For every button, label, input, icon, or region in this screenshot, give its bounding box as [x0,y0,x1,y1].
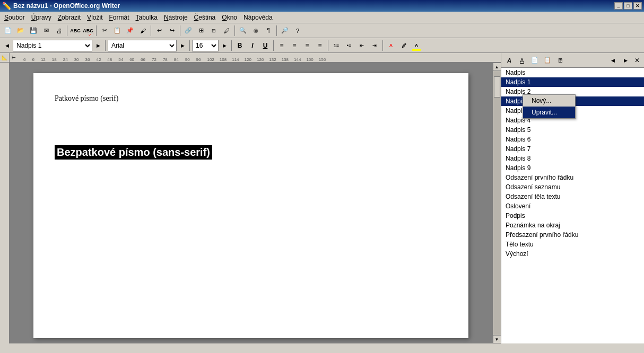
redo-button[interactable]: ↪ [166,25,178,37]
sep6 [276,25,277,36]
maximize-button[interactable]: □ [624,2,632,10]
cut-button[interactable]: ✂ [99,25,110,37]
standard-toolbar: 📄 📂 💾 ✉ 🖨 ABC ABC ✂ 📋 📌 🖌 ↩ ↪ 🔗 ⊞ ⊟ 🖊 🔍 … [0,23,644,38]
menu-upravy[interactable]: Úpravy [28,13,55,22]
font-arrow-right[interactable]: ▶ [178,40,187,51]
indent-decrease[interactable]: ⇤ [356,40,368,51]
document-area[interactable]: Patkové písmo (serif) Bezpatkové písmo (… [10,63,492,343]
find-button[interactable]: 🔍 [237,25,249,37]
menu-soubor[interactable]: Soubor [1,13,28,22]
zoom-button[interactable]: 🔎 [279,25,291,37]
sep2 [96,25,97,36]
style-item-nadpis6[interactable]: Nadpis 6 [501,135,644,144]
paste-button[interactable]: 📌 [124,25,136,37]
style-item-odsazeni-tela[interactable]: Odsazení těla textu [501,192,644,201]
menu-format[interactable]: Formát [106,13,132,22]
save-button[interactable]: 💾 [28,25,39,37]
style-item-vychozi[interactable]: Výchozí [501,249,644,259]
styles-icon-e[interactable]: 🖹 [554,55,566,66]
style-item-nadpis8[interactable]: Nadpis 8 [501,154,644,163]
ctx-novy[interactable]: Nový... [523,95,575,107]
underline-button[interactable]: U [259,40,271,51]
scroll-track[interactable] [493,71,501,335]
style-item-odsazeni-prvniho[interactable]: Odsazení prvního řádku [501,173,644,182]
size-arrow-right[interactable]: ▶ [220,40,229,51]
copy-button[interactable]: 📋 [111,25,123,37]
style-item-predsazeni[interactable]: Předsazení prvního řádku [501,230,644,240]
sep4 [180,25,180,36]
style-item-telo-textu[interactable]: Tělo textu [501,240,644,249]
panel-close-button[interactable]: ✕ [632,57,642,64]
table2-button[interactable]: ⊟ [208,25,220,37]
style-item-poznamka[interactable]: Poznámka na okraj [501,220,644,230]
num-list[interactable]: 1≡ [330,40,342,51]
menu-cestina[interactable]: Čeština [191,13,219,22]
undo-button[interactable]: ↩ [153,25,165,37]
styles-icon-b[interactable]: A [516,55,528,66]
style-item-nadpis9[interactable]: Nadpis 9 [501,163,644,173]
sep-fmt1 [105,40,106,51]
table-button[interactable]: ⊞ [195,25,207,37]
style-item-nadpis1[interactable]: Nadpis 1 [501,77,644,87]
bullet-list[interactable]: •≡ [343,40,355,51]
bold-button[interactable]: B [234,40,246,51]
ruler-label-6: 12 [41,57,46,62]
font-color[interactable]: A [385,40,397,51]
print-button[interactable]: 🖨 [53,25,65,37]
scroll-thumb[interactable] [494,76,500,98]
size-dropdown[interactable]: 16 [192,40,219,51]
style-item-nadpis5[interactable]: Nadpis 5 [501,125,644,135]
doc-scroll-area: Patkové písmo (serif) Bezpatkové písmo (… [10,63,501,343]
help-button[interactable]: ? [292,25,303,37]
styles-icon-d[interactable]: 📋 [542,55,553,66]
style-dropdown[interactable]: Nadpis 1 [13,40,92,51]
indent-increase[interactable]: ⇥ [369,40,380,51]
minimize-button[interactable]: _ [614,2,623,10]
vertical-scrollbar[interactable]: ▲ ▼ [492,63,501,343]
menu-tabulka[interactable]: Tabulka [133,13,161,22]
italic-button[interactable]: I [247,40,258,51]
spellcheck2-button[interactable]: ABC [82,25,94,37]
sep-fmt3 [231,40,232,51]
style-item-nadpis[interactable]: Nadpis [501,68,644,77]
ctx-upravit[interactable]: Upravit... [523,107,575,118]
format-paintbrush[interactable]: 🖌 [137,25,149,37]
style-item-nadpis7[interactable]: Nadpis 7 [501,144,644,154]
show-draw-button[interactable]: 🖊 [221,25,232,37]
ruler-inner: 6 6 12 18 24 30 36 42 48 54 60 66 72 78 … [18,53,326,62]
menu-nastroje[interactable]: Nástroje [161,13,191,22]
new-button[interactable]: 📄 [2,25,14,37]
style-arrow-left[interactable]: ◀ [2,40,12,51]
window-title: Bez názvu1 - OpenOffice.org Writer [13,2,120,10]
styles-icon-c[interactable]: 📄 [529,55,541,66]
char-bg[interactable]: A [411,40,422,51]
hyperlink-button[interactable]: 🔗 [182,25,194,37]
scroll-down-button[interactable]: ▼ [493,335,501,343]
email-button[interactable]: ✉ [40,25,52,37]
align-right[interactable]: ≡ [301,40,313,51]
scroll-up-button[interactable]: ▲ [493,63,501,71]
menu-zobrazit[interactable]: Zobrazit [55,13,84,22]
style-item-osloveni[interactable]: Oslovení [501,201,644,211]
menu-vlozit[interactable]: Vložit [84,13,106,22]
menu-okno[interactable]: Okno [219,13,240,22]
font-dropdown[interactable]: Arial [108,40,177,51]
spellcheck-button[interactable]: ABC [69,25,81,37]
navigator-button[interactable]: ◎ [250,25,262,37]
sep3 [151,25,151,36]
style-item-podpis[interactable]: Podpis [501,211,644,220]
styles-move-right[interactable]: ▶ [620,55,631,66]
style-arrow-right[interactable]: ▶ [93,40,103,51]
open-button[interactable]: 📂 [15,25,27,37]
nonprint-button[interactable]: ¶ [263,25,274,37]
menu-napoveda[interactable]: Nápověda [240,13,276,22]
ruler: ⊢ 6 6 12 18 24 30 36 42 48 54 60 66 72 7… [10,53,501,63]
close-button[interactable]: ✕ [633,2,642,10]
styles-move-left[interactable]: ◀ [607,55,619,66]
align-center[interactable]: ≡ [289,40,300,51]
style-item-odsazeni-seznamu[interactable]: Odsazení seznamu [501,182,644,192]
highlight-color[interactable]: 🖊 [398,40,410,51]
styles-icon-a[interactable]: A [503,55,515,66]
align-left[interactable]: ≡ [276,40,288,51]
align-justify[interactable]: ≡ [314,40,326,51]
